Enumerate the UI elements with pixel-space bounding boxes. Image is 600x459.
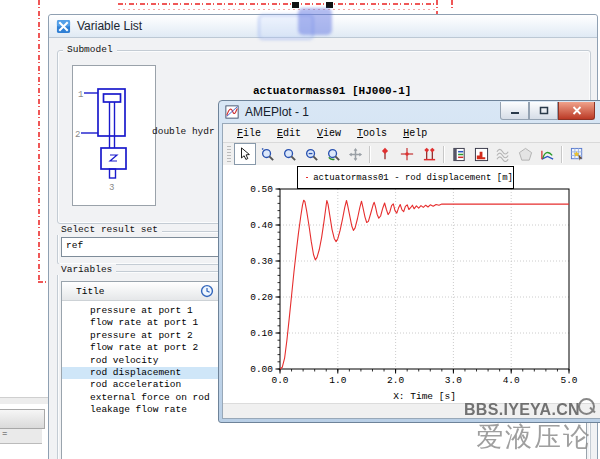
background-sketch-artifact xyxy=(298,8,332,35)
watermark-logo-icon xyxy=(578,398,595,415)
background-window-fragment xyxy=(0,409,45,429)
menu-bar: FileEditViewToolsHelp xyxy=(223,124,600,143)
legend-line-swatch xyxy=(306,177,308,178)
svg-text:0.0: 0.0 xyxy=(271,375,288,386)
svg-text:1: 1 xyxy=(78,90,83,100)
watermark-text: BBS.IYEYA.CN xyxy=(464,401,580,419)
selection-marquee-right2 xyxy=(451,0,453,8)
cursor-icon[interactable] xyxy=(374,143,396,165)
submodel-group-label: Submodel xyxy=(63,44,117,55)
submodel-icon-panel: 1 2 3 xyxy=(72,65,156,206)
submodel-instance-label: actuatormass01 [HJ000-1] xyxy=(253,85,411,97)
menu-item-tools[interactable]: Tools xyxy=(349,126,395,141)
zoom-in-icon[interactable] xyxy=(278,143,300,165)
two-cursors-icon[interactable] xyxy=(418,143,440,165)
window-controls xyxy=(500,102,595,120)
svg-text:4.0: 4.0 xyxy=(503,375,520,386)
svg-text:3.0: 3.0 xyxy=(445,375,462,386)
svg-text:1.0: 1.0 xyxy=(329,375,346,386)
background-window-fragment xyxy=(0,397,48,404)
svg-text:0.50: 0.50 xyxy=(250,184,273,195)
export-image-icon[interactable] xyxy=(566,143,588,165)
menu-item-view[interactable]: View xyxy=(309,126,349,141)
menu-item-file[interactable]: File xyxy=(229,126,269,141)
svg-text:0.10: 0.10 xyxy=(250,328,273,339)
close-icon xyxy=(572,106,582,115)
svg-text:0.30: 0.30 xyxy=(250,256,273,267)
variable-list-icon xyxy=(56,19,71,34)
zoom-previous-icon[interactable] xyxy=(322,143,344,165)
ameplot-window: AMEPlot - 1 FileEditViewToolsHelp xyxy=(218,100,600,423)
selection-marquee-top xyxy=(118,3,437,5)
svg-text:3: 3 xyxy=(109,183,114,193)
svg-text:0.40: 0.40 xyxy=(250,220,273,231)
3d-plot-icon[interactable] xyxy=(536,143,558,165)
toolbar-separator xyxy=(443,146,445,163)
clock-icon[interactable] xyxy=(200,284,214,298)
svg-text:2.0: 2.0 xyxy=(387,375,404,386)
svg-text:0.00: 0.00 xyxy=(250,364,273,375)
ameplot-icon xyxy=(225,105,239,119)
menu-item-help[interactable]: Help xyxy=(395,126,435,141)
pointer-tool-icon[interactable] xyxy=(234,143,256,165)
pan-icon xyxy=(344,143,366,165)
fft-icon xyxy=(492,143,514,165)
svg-text:0.20: 0.20 xyxy=(250,292,273,303)
zoom-window-icon[interactable] xyxy=(256,143,278,165)
svg-text:2: 2 xyxy=(75,130,80,140)
hydraulic-jack-icon: 1 2 3 xyxy=(73,66,155,205)
toolbar-separator xyxy=(561,146,563,163)
histogram-icon[interactable] xyxy=(470,143,492,165)
legend-label: actuatormass01 - rod displacement [m] xyxy=(313,173,513,183)
plot-manager-icon[interactable] xyxy=(448,143,470,165)
toolbar-separator xyxy=(369,146,371,163)
maximize-icon xyxy=(539,106,549,115)
menu-item-edit[interactable]: Edit xyxy=(269,126,309,141)
ameplot-body: FileEditViewToolsHelp xyxy=(222,123,600,419)
zoom-out-icon[interactable] xyxy=(300,143,322,165)
cross-cursor-icon[interactable] xyxy=(396,143,418,165)
variables-group-label: Variables xyxy=(57,264,116,275)
plot-client-area: actuatormass01 - rod displacement [m] 0.… xyxy=(223,165,600,403)
selection-marquee-right xyxy=(436,0,438,14)
polar-icon xyxy=(514,143,536,165)
selection-marquee-left xyxy=(38,0,40,282)
marquee-handle-left[interactable] xyxy=(292,2,299,8)
line-chart: 0.01.02.03.04.05.00.000.100.200.300.400.… xyxy=(280,189,569,369)
maximize-button[interactable] xyxy=(529,102,558,120)
variables-header-label: Title xyxy=(76,286,105,297)
ameplot-title: AMEPlot - 1 xyxy=(245,105,309,119)
minimize-button[interactable] xyxy=(500,102,529,120)
background-window-fragment: = xyxy=(0,429,42,444)
selection-marquee-top-inner xyxy=(118,9,437,10)
toolbar-grip[interactable] xyxy=(227,146,231,162)
submodel-description: double hydr xyxy=(152,126,215,137)
variable-list-title: Variable List xyxy=(77,19,142,33)
svg-text:5.0: 5.0 xyxy=(560,375,577,386)
result-set-group-label: Select result set xyxy=(57,224,162,235)
minimize-icon xyxy=(510,106,520,115)
watermark-text-cn: 爱液压论坛 xyxy=(476,419,600,459)
close-button[interactable] xyxy=(558,102,595,120)
toolbar xyxy=(223,143,600,166)
plot-legend: actuatormass01 - rod displacement [m] xyxy=(297,166,514,189)
